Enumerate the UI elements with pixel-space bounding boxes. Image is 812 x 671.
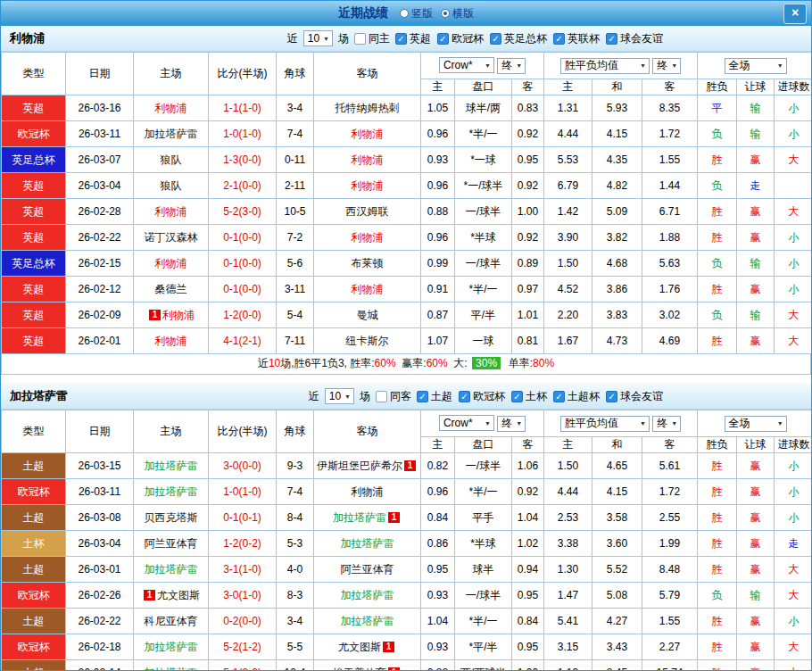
- team-link[interactable]: 加拉塔萨雷: [145, 667, 198, 671]
- close-button[interactable]: ×: [783, 4, 807, 24]
- away-team[interactable]: 加拉塔萨雷1: [314, 505, 421, 531]
- league-filter-checkbox[interactable]: ✓土杯: [511, 389, 547, 404]
- team-link[interactable]: 加拉塔萨雷: [333, 511, 386, 524]
- home-team[interactable]: 利物浦: [134, 251, 209, 277]
- away-team[interactable]: 布莱顿: [314, 251, 421, 277]
- team-link[interactable]: 加拉塔萨雷: [145, 563, 198, 576]
- away-team[interactable]: 利物浦: [314, 121, 421, 147]
- team-link[interactable]: 阿兰亚体育: [341, 563, 394, 576]
- away-team[interactable]: 托特纳姆热刺: [314, 95, 421, 121]
- home-team[interactable]: 1尤文图斯: [134, 583, 209, 609]
- away-team[interactable]: 尤文图斯1: [314, 634, 421, 660]
- home-team[interactable]: 利物浦: [134, 95, 209, 121]
- league-filter-checkbox[interactable]: ✓英超: [395, 31, 431, 46]
- checkbox-unchecked-icon[interactable]: [354, 33, 366, 45]
- team-link[interactable]: 利物浦: [352, 128, 384, 140]
- team-link[interactable]: 利物浦: [352, 485, 384, 498]
- away-team[interactable]: 利物浦: [314, 479, 421, 505]
- away-team[interactable]: 阿兰亚体育: [314, 557, 421, 583]
- avg-final-select[interactable]: 终 ▼: [652, 416, 681, 432]
- home-team[interactable]: 加拉塔萨雷: [134, 121, 209, 147]
- team-link[interactable]: 曼城: [357, 309, 378, 321]
- layout-option[interactable]: 横版: [441, 6, 474, 21]
- team-link[interactable]: 伊斯坦堡巴萨希尔: [317, 460, 402, 472]
- layout-option[interactable]: 竖版: [400, 6, 433, 21]
- away-team[interactable]: 利物浦: [314, 173, 421, 199]
- league-filter-checkbox[interactable]: ✓球会友谊: [606, 31, 663, 46]
- checkbox-checked-icon[interactable]: ✓: [437, 33, 449, 45]
- team-link[interactable]: 诺丁汉森林: [145, 231, 198, 244]
- team-link[interactable]: 利物浦: [352, 153, 384, 166]
- away-team[interactable]: 利物浦: [314, 277, 421, 302]
- team-link[interactable]: 桑德兰: [155, 283, 187, 295]
- league-filter-checkbox[interactable]: ✓英足总杯: [490, 31, 547, 46]
- away-team[interactable]: 埃于普体育1: [314, 660, 421, 671]
- away-team[interactable]: 加拉塔萨雷: [314, 583, 421, 609]
- team-link[interactable]: 利物浦: [155, 102, 187, 114]
- away-team[interactable]: 西汉姆联: [314, 199, 421, 225]
- team-link[interactable]: 利物浦: [155, 205, 187, 218]
- team-link[interactable]: 利物浦: [155, 335, 187, 347]
- home-team[interactable]: 加拉塔萨雷: [134, 557, 209, 583]
- match-count-select[interactable]: 10 ▼: [303, 30, 333, 46]
- checkbox-checked-icon[interactable]: ✓: [490, 33, 501, 45]
- away-team[interactable]: 伊斯坦堡巴萨希尔1: [314, 453, 421, 479]
- avg-odds-select[interactable]: 胜平负均值 ▼: [560, 58, 650, 74]
- checkbox-checked-icon[interactable]: ✓: [606, 391, 617, 402]
- away-team[interactable]: 曼城: [314, 302, 421, 328]
- radio-unselected-icon[interactable]: [400, 9, 409, 18]
- odds-final-select[interactable]: 终 ▼: [497, 416, 526, 432]
- home-team[interactable]: 加拉塔萨雷: [134, 660, 209, 671]
- team-link[interactable]: 科尼亚体育: [145, 615, 198, 627]
- checkbox-checked-icon[interactable]: ✓: [417, 391, 428, 402]
- fulltime-select[interactable]: 全场 ▼: [725, 416, 787, 432]
- home-team[interactable]: 阿兰亚体育: [134, 531, 209, 557]
- fulltime-select[interactable]: 全场 ▼: [725, 58, 787, 74]
- team-link[interactable]: 埃于普体育: [333, 667, 386, 671]
- team-link[interactable]: 利物浦: [155, 257, 187, 269]
- home-team[interactable]: 狼队: [134, 147, 209, 173]
- same-venue-filter[interactable]: 同主: [354, 31, 390, 46]
- team-link[interactable]: 加拉塔萨雷: [341, 615, 394, 627]
- league-filter-checkbox[interactable]: ✓英联杯: [553, 31, 600, 46]
- team-link[interactable]: 西汉姆联: [346, 205, 389, 218]
- team-link[interactable]: 加拉塔萨雷: [145, 460, 198, 472]
- checkbox-unchecked-icon[interactable]: [376, 391, 387, 402]
- away-team[interactable]: 利物浦: [314, 147, 421, 173]
- league-filter-checkbox[interactable]: ✓球会友谊: [606, 389, 663, 404]
- home-team[interactable]: 利物浦: [134, 199, 209, 225]
- same-venue-filter[interactable]: 同客: [376, 389, 411, 404]
- team-link[interactable]: 利物浦: [352, 283, 384, 295]
- home-team[interactable]: 利物浦: [134, 328, 209, 354]
- home-team[interactable]: 加拉塔萨雷: [134, 634, 209, 660]
- league-filter-checkbox[interactable]: ✓欧冠杯: [437, 31, 484, 46]
- team-link[interactable]: 狼队: [161, 153, 182, 166]
- team-link[interactable]: 纽卡斯尔: [346, 335, 389, 347]
- team-link[interactable]: 尤文图斯: [338, 641, 381, 653]
- odds-company-select[interactable]: Crow* ▼: [439, 415, 494, 431]
- home-team[interactable]: 加拉塔萨雷: [134, 479, 209, 505]
- team-link[interactable]: 尤文图斯: [157, 589, 200, 601]
- team-link[interactable]: 利物浦: [352, 179, 384, 192]
- league-filter-checkbox[interactable]: ✓土超: [417, 389, 452, 404]
- home-team[interactable]: 贝西克塔斯: [134, 505, 209, 531]
- checkbox-checked-icon[interactable]: ✓: [459, 391, 470, 402]
- league-filter-checkbox[interactable]: ✓欧冠杯: [459, 389, 505, 404]
- home-team[interactable]: 1利物浦: [134, 302, 209, 328]
- away-team[interactable]: 利物浦: [314, 225, 421, 251]
- avg-final-select[interactable]: 终 ▼: [652, 58, 681, 74]
- team-link[interactable]: 托特纳姆热刺: [336, 102, 400, 114]
- checkbox-checked-icon[interactable]: ✓: [511, 391, 523, 402]
- odds-company-select[interactable]: Crow* ▼: [439, 57, 494, 73]
- league-filter-checkbox[interactable]: ✓土超杯: [553, 389, 600, 404]
- home-team[interactable]: 狼队: [134, 173, 209, 199]
- team-link[interactable]: 狼队: [161, 179, 182, 192]
- team-link[interactable]: 加拉塔萨雷: [145, 641, 198, 653]
- team-link[interactable]: 加拉塔萨雷: [341, 537, 394, 550]
- team-link[interactable]: 加拉塔萨雷: [145, 485, 198, 498]
- checkbox-checked-icon[interactable]: ✓: [553, 391, 565, 402]
- avg-odds-select[interactable]: 胜平负均值 ▼: [560, 416, 650, 432]
- team-link[interactable]: 利物浦: [162, 309, 195, 321]
- odds-final-select[interactable]: 终 ▼: [497, 58, 526, 74]
- home-team[interactable]: 桑德兰: [134, 277, 209, 302]
